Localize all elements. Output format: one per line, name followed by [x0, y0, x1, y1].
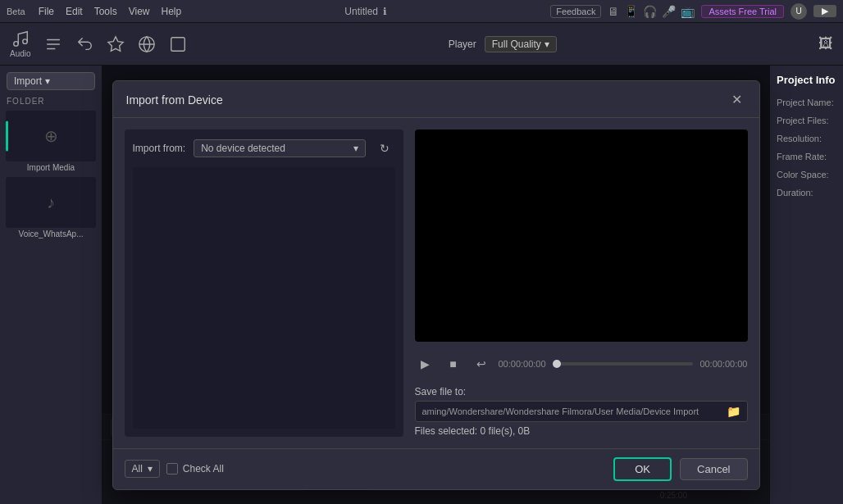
toolbar-center: Player Full Quality ▾	[203, 36, 802, 52]
crop-tool[interactable]	[169, 35, 187, 53]
modal-preview: ▶ ■ ↩ 00:00:00:00 00:00:00:00 Save file …	[415, 129, 748, 437]
svg-point-1	[23, 39, 28, 43]
right-panel: Project Info Project Name: Project Files…	[769, 66, 843, 504]
files-selected-label: Files selected:	[415, 425, 478, 437]
modal-title: Import from Device	[126, 93, 223, 107]
progress-bar[interactable]	[553, 362, 694, 366]
left-panel: Import ▾ FOLDER ⊕ Import Media ♪ Voice_W…	[0, 66, 103, 504]
device-value: No device detected	[201, 143, 285, 154]
import-from-row: Import from: No device detected ▾ ↻	[133, 138, 395, 159]
check-all-checkbox[interactable]	[166, 463, 178, 474]
headphone-icon: 🎧	[643, 5, 657, 18]
top-right-actions: Feedback 🖥 📱 🎧 🎤 📺 Assets Free Trial U ▶	[550, 3, 836, 20]
modal-header: Import from Device ✕	[113, 81, 759, 118]
import-from-device-dialog: Import from Device ✕ Import from: No dev…	[112, 80, 760, 490]
menu-bar: File Edit Tools View Help	[39, 6, 182, 17]
import-media-icon: ⊕	[44, 126, 58, 146]
assets-button[interactable]: Assets Free Trial	[701, 5, 784, 18]
list-item[interactable]: ⊕ Import Media	[5, 111, 97, 172]
toolbar-left: Audio	[10, 30, 187, 58]
icon-bar: 🖥 📱 🎧 🎤 📺	[608, 5, 695, 18]
list-item[interactable]: ♪ Voice_WhatsAp...	[5, 177, 97, 238]
import-label: Import	[14, 75, 42, 87]
media-thumb-import: ⊕	[6, 111, 96, 161]
save-to-section: Save file to: aming/Wondershare/Wondersh…	[415, 386, 748, 437]
crop-icon	[169, 35, 187, 53]
color-space-row: Color Space:	[777, 170, 836, 179]
replay-button[interactable]: ↩	[471, 353, 492, 375]
main-layout: Import ▾ FOLDER ⊕ Import Media ♪ Voice_W…	[0, 66, 843, 504]
dropdown-chevron-icon: ▾	[148, 463, 153, 474]
preview-screen	[415, 129, 748, 342]
menu-edit[interactable]: Edit	[66, 6, 83, 17]
progress-thumb	[553, 360, 561, 368]
color-icon	[138, 35, 156, 53]
arrow-tool[interactable]	[75, 35, 93, 53]
menu-view[interactable]: View	[129, 6, 150, 17]
all-dropdown[interactable]: All ▾	[125, 460, 160, 478]
user-avatar[interactable]: U	[791, 3, 807, 20]
import-button[interactable]: Import ▾	[7, 72, 95, 90]
file-area	[133, 167, 395, 429]
time-end: 00:00:00:00	[699, 359, 747, 369]
import-from-label: Import from:	[133, 143, 186, 154]
refresh-button[interactable]: ↻	[374, 138, 395, 159]
quality-dropdown[interactable]: Full Quality ▾	[485, 36, 557, 52]
color-tool[interactable]	[138, 35, 156, 53]
svg-point-0	[14, 42, 19, 46]
stop-button[interactable]: ■	[443, 353, 464, 375]
check-all-row[interactable]: Check All	[166, 463, 224, 474]
cancel-button[interactable]: Cancel	[680, 458, 747, 480]
phone-icon: 📱	[624, 5, 638, 18]
green-bar	[6, 120, 8, 151]
media-grid: ⊕ Import Media ♪ Voice_WhatsAp...	[0, 111, 102, 238]
center-area: ⊞ ⊡ 0:25:00 00:00:30:0 🎵 0:25:00 Import …	[103, 66, 769, 504]
save-path-text: aming/Wondershare/Wondershare Filmora/Us…	[422, 406, 722, 416]
mic-icon: 🎤	[662, 5, 676, 18]
monitor-icon: 🖥	[608, 5, 619, 18]
all-label: All	[132, 463, 143, 474]
device-select[interactable]: No device detected ▾	[194, 139, 365, 157]
title-bar: Untitled ℹ	[194, 6, 537, 17]
check-all-label: Check All	[183, 463, 224, 474]
feedback-button[interactable]: Feedback	[550, 5, 601, 18]
modal-close-button[interactable]: ✕	[728, 91, 746, 109]
project-name-row: Project Name:	[777, 98, 836, 107]
preview-controls: ▶ ■ ↩ 00:00:00:00 00:00:00:00	[415, 350, 748, 378]
menu-help[interactable]: Help	[161, 6, 181, 17]
svg-rect-3	[171, 37, 185, 51]
media-thumb-voice: ♪	[6, 177, 96, 228]
files-selected: Files selected: 0 file(s), 0B	[415, 425, 748, 437]
image-icon: 🖼	[818, 35, 833, 52]
time-start: 00:00:00:00	[499, 359, 546, 369]
arrow-icon	[75, 35, 93, 53]
chevron-down-icon: ▾	[353, 143, 358, 154]
menu-file[interactable]: File	[39, 6, 54, 17]
browse-folder-button[interactable]: 📁	[727, 405, 740, 418]
text-tool[interactable]	[44, 35, 62, 53]
files-selected-value: 0 file(s), 0B	[481, 425, 531, 437]
star-tool[interactable]	[107, 35, 125, 53]
import-media-label: Import Media	[6, 163, 96, 172]
audio-tool[interactable]: Audio	[10, 30, 31, 58]
duration-row: Duration:	[777, 188, 836, 198]
modal-footer: All ▾ Check All OK Cancel	[113, 448, 759, 489]
project-title: Untitled	[344, 6, 378, 17]
main-toolbar: Audio Playe	[0, 23, 843, 66]
import-chevron: ▾	[45, 75, 50, 87]
star-icon	[107, 35, 125, 53]
footer-left: All ▾ Check All	[125, 460, 224, 478]
project-info-title: Project Info	[777, 74, 836, 86]
info-icon: ℹ	[383, 6, 387, 17]
project-files-row: Project Files:	[777, 116, 836, 125]
modal-body: Import from: No device detected ▾ ↻	[113, 118, 759, 448]
audio-file-icon: ♪	[47, 193, 55, 212]
screen-icon: 📺	[681, 5, 695, 18]
play-button[interactable]: ▶	[415, 353, 436, 375]
save-path-row: aming/Wondershare/Wondershare Filmora/Us…	[415, 401, 748, 422]
menu-tools[interactable]: Tools	[94, 6, 117, 17]
start-button[interactable]: ▶	[813, 5, 836, 17]
modal-file-browser: Import from: No device detected ▾ ↻	[125, 129, 403, 437]
top-menu-bar: Beta File Edit Tools View Help Untitled …	[0, 0, 843, 23]
ok-button[interactable]: OK	[613, 457, 672, 481]
